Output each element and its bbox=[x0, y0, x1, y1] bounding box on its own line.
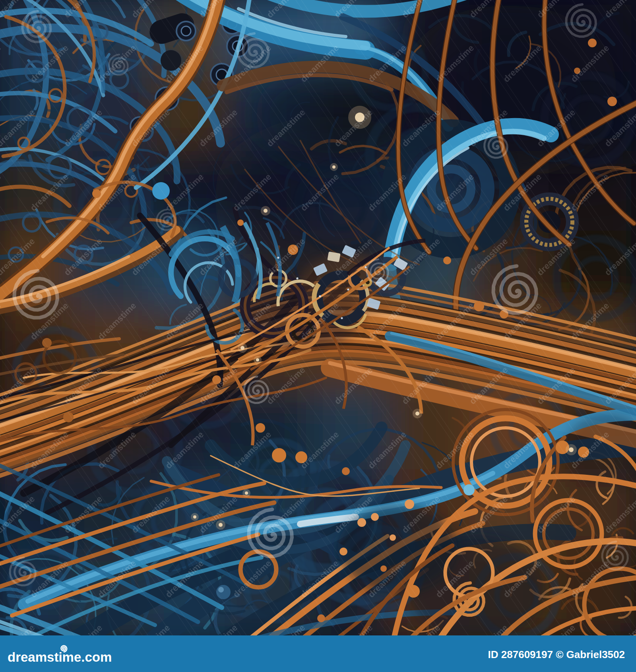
svg-text:dreamstime.com: dreamstime.com bbox=[8, 650, 112, 664]
